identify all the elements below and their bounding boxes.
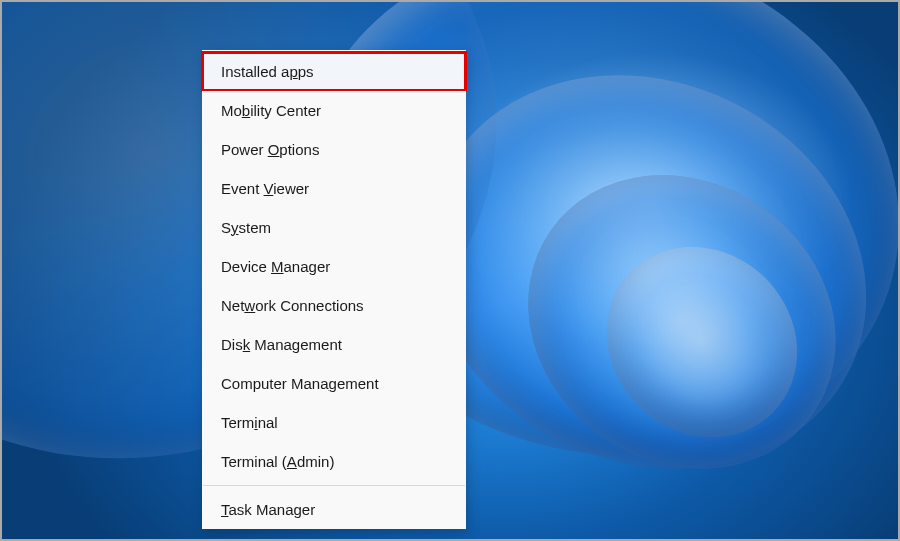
menu-item-installed-apps[interactable]: Installed apps bbox=[202, 52, 466, 91]
menu-item-network-connections[interactable]: Network Connections bbox=[202, 286, 466, 325]
menu-item-label: System bbox=[221, 219, 271, 236]
menu-item-device-manager[interactable]: Device Manager bbox=[202, 247, 466, 286]
menu-item-label: Installed apps bbox=[221, 63, 314, 80]
menu-item-label: Disk Management bbox=[221, 336, 342, 353]
menu-item-terminal-admin[interactable]: Terminal (Admin) bbox=[202, 442, 466, 481]
winx-context-menu: Installed apps Mobility Center Power Opt… bbox=[202, 50, 466, 529]
menu-item-label: Terminal (Admin) bbox=[221, 453, 334, 470]
menu-item-label: Power Options bbox=[221, 141, 319, 158]
menu-item-event-viewer[interactable]: Event Viewer bbox=[202, 169, 466, 208]
menu-item-power-options[interactable]: Power Options bbox=[202, 130, 466, 169]
menu-item-task-manager[interactable]: Task Manager bbox=[202, 490, 466, 529]
menu-item-label: Terminal bbox=[221, 414, 278, 431]
menu-item-label: Mobility Center bbox=[221, 102, 321, 119]
menu-item-computer-management[interactable]: Computer Management bbox=[202, 364, 466, 403]
menu-item-mobility-center[interactable]: Mobility Center bbox=[202, 91, 466, 130]
menu-item-label: Device Manager bbox=[221, 258, 330, 275]
menu-item-label: Event Viewer bbox=[221, 180, 309, 197]
menu-item-label: Computer Management bbox=[221, 375, 379, 392]
menu-divider bbox=[203, 485, 465, 486]
menu-item-label: Network Connections bbox=[221, 297, 364, 314]
menu-item-system[interactable]: System bbox=[202, 208, 466, 247]
menu-item-disk-management[interactable]: Disk Management bbox=[202, 325, 466, 364]
menu-item-terminal[interactable]: Terminal bbox=[202, 403, 466, 442]
menu-item-label: Task Manager bbox=[221, 501, 315, 518]
